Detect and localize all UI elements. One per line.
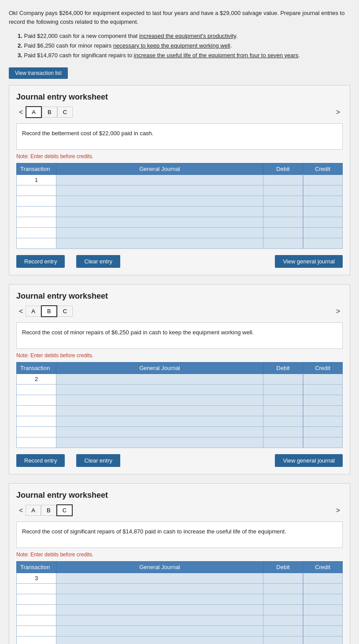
general-journal-field[interactable] [56,385,263,395]
worksheet-2-tab-a[interactable]: A [26,306,41,317]
general-journal-input-1-1[interactable] [56,175,263,185]
general-journal-field[interactable] [56,584,263,594]
general-journal-field[interactable] [56,238,263,248]
debit-field[interactable] [263,437,303,448]
debit-field[interactable] [263,238,303,248]
debit-field[interactable] [263,207,303,217]
worksheet-2: Journal entry worksheet < A B C > Record… [9,284,350,474]
general-journal-field[interactable] [56,594,263,604]
worksheet-1-note: Note: Enter debits before credits. [16,153,343,159]
credit-field[interactable] [303,416,343,426]
debit-field[interactable] [263,427,303,437]
credit-field[interactable] [303,185,343,196]
general-journal-field[interactable] [56,196,263,206]
general-journal-field[interactable] [56,626,263,636]
worksheet-1-prev-tab[interactable]: < [16,107,26,117]
general-journal-field[interactable] [56,615,263,625]
intro-paragraph: OkI Company pays $264,000 for equipment … [9,9,350,26]
general-journal-field[interactable] [56,573,263,583]
general-journal-field[interactable] [56,416,263,426]
general-journal-field[interactable] [56,228,263,238]
debit-field[interactable] [263,385,303,395]
credit-field[interactable] [303,427,343,437]
credit-input-1-1[interactable] [303,175,343,185]
debit-input-1-2[interactable] [263,185,303,196]
clear-entry-button-1[interactable]: Clear entry [76,255,120,268]
worksheet-1-tab-a[interactable]: A [26,106,42,118]
credit-field[interactable] [303,637,343,644]
debit-field[interactable] [263,217,303,227]
worksheet-3-note: Note: Enter debits before credits. [16,551,343,558]
worksheet-3-tab-b[interactable]: B [41,505,56,516]
record-entry-button-1[interactable]: Record entry [16,255,65,268]
general-journal-field[interactable] [56,207,263,217]
debit-field[interactable] [263,175,303,185]
debit-field[interactable] [263,395,303,405]
credit-field[interactable] [303,217,343,227]
worksheet-3-tab-a[interactable]: A [26,505,41,516]
general-journal-field[interactable] [56,217,263,227]
worksheet-2-description: Record the cost of minor repairs of $6,2… [16,322,343,349]
debit-field[interactable] [263,406,303,416]
credit-field[interactable] [303,594,343,604]
clear-entry-button-2[interactable]: Clear entry [76,454,120,467]
view-general-journal-button-1[interactable]: View general journal [275,255,343,268]
credit-field[interactable] [303,395,343,405]
debit-field[interactable] [263,637,303,644]
general-journal-field[interactable] [56,637,263,644]
worksheet-3-tab-c[interactable]: C [56,504,73,516]
general-journal-field[interactable] [56,427,263,437]
record-entry-button-2[interactable]: Record entry [16,454,65,467]
debit-field[interactable] [263,573,303,583]
worksheet-2-next-tab[interactable]: > [333,307,343,316]
credit-field[interactable] [303,573,343,583]
credit-field[interactable] [303,437,343,448]
debit-field[interactable] [263,615,303,625]
general-journal-field[interactable] [56,175,263,185]
general-journal-field[interactable] [56,406,263,416]
worksheet-2-button-row: Record entry Clear entry View general jo… [16,454,343,467]
debit-field[interactable] [263,594,303,604]
general-journal-field[interactable] [56,185,263,196]
credit-field[interactable] [303,385,343,395]
credit-field[interactable] [303,374,343,384]
general-journal-field[interactable] [56,605,263,615]
worksheet-2-tab-b[interactable]: B [41,305,57,317]
col-header-general: General Journal [56,163,263,175]
credit-field[interactable] [303,238,343,248]
credit-field[interactable] [303,406,343,416]
general-journal-field[interactable] [56,437,263,448]
debit-field[interactable] [263,626,303,636]
general-journal-input-1-2[interactable] [56,185,263,196]
worksheet-3-prev-tab[interactable]: < [16,506,26,515]
worksheet-1-tab-c[interactable]: C [57,107,73,118]
credit-input-1-2[interactable] [303,185,343,196]
debit-field[interactable] [263,605,303,615]
debit-input-1-1[interactable] [263,175,303,185]
credit-field[interactable] [303,626,343,636]
debit-field[interactable] [263,196,303,206]
credit-field[interactable] [303,615,343,625]
debit-field[interactable] [263,185,303,196]
debit-field[interactable] [263,584,303,594]
worksheet-1-tab-b[interactable]: B [42,107,57,118]
credit-field[interactable] [303,584,343,594]
credit-field[interactable] [303,605,343,615]
credit-field[interactable] [303,196,343,206]
worksheet-3-next-tab[interactable]: > [333,506,343,515]
general-journal-field[interactable] [56,395,263,405]
debit-field[interactable] [263,416,303,426]
view-transaction-button[interactable]: View transaction list [9,67,68,79]
debit-field[interactable] [263,228,303,238]
view-general-journal-button-2[interactable]: View general journal [275,454,343,467]
credit-field[interactable] [303,207,343,217]
col-header-credit: Credit [303,163,343,175]
credit-field[interactable] [303,175,343,185]
credit-field[interactable] [303,228,343,238]
general-journal-field[interactable] [56,374,263,384]
worksheet-1-next-tab[interactable]: > [333,107,343,117]
debit-field[interactable] [263,374,303,384]
transaction-number-2: 2 [17,374,56,385]
worksheet-2-tab-c[interactable]: C [57,306,73,317]
worksheet-2-prev-tab[interactable]: < [16,307,26,316]
